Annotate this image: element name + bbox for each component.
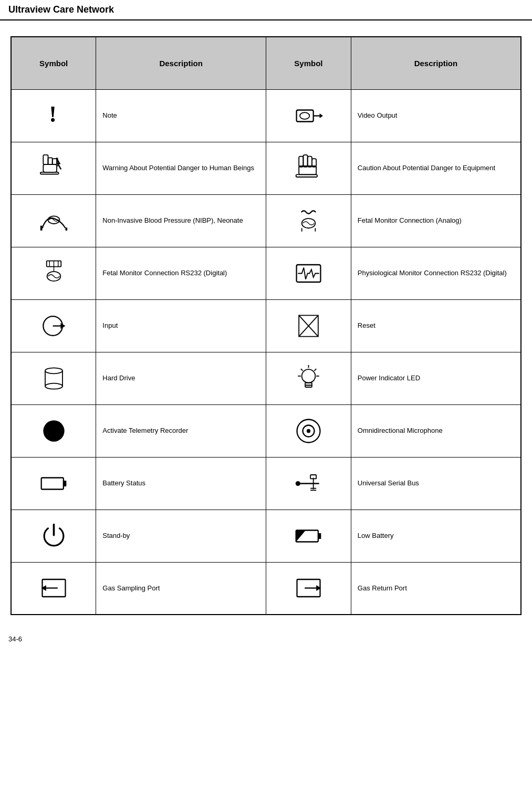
desc-video-output: Video Output xyxy=(351,89,521,142)
gas-return-port-icon xyxy=(293,573,324,604)
svg-rect-52 xyxy=(41,477,63,489)
symbol-gas-return xyxy=(266,562,351,615)
desc-usb: Universal Serial Bus xyxy=(351,457,521,510)
svg-marker-63 xyxy=(296,530,306,542)
symbol-usb xyxy=(266,457,351,510)
desc-note: Note xyxy=(96,89,266,142)
symbol-fetal-analog xyxy=(266,194,351,247)
col2-header: Description xyxy=(96,37,266,89)
svg-point-48 xyxy=(43,420,64,441)
warning-human-icon xyxy=(38,152,69,184)
physio-monitor-digital-icon xyxy=(293,257,324,289)
svg-line-46 xyxy=(301,369,303,371)
svg-marker-32 xyxy=(60,323,65,329)
desc-standby: Stand-by xyxy=(96,510,266,562)
svg-point-40 xyxy=(302,369,316,383)
svg-rect-17 xyxy=(40,225,42,230)
desc-nibp-neonate: Non-Invasive Blood Pressure (NIBP), Neon… xyxy=(96,194,266,247)
desc-gas-sampling: Gas Sampling Port xyxy=(96,562,266,615)
svg-rect-7 xyxy=(52,159,56,164)
table-row: Stand-by Low Battery xyxy=(11,510,521,562)
page-footer: 34-6 xyxy=(0,631,532,647)
hard-drive-icon xyxy=(38,362,69,394)
table-row: Input Reset xyxy=(11,299,521,352)
svg-rect-9 xyxy=(40,172,58,174)
desc-microphone: Omnidirectional Microphone xyxy=(351,404,521,457)
symbol-caution xyxy=(266,142,351,194)
col4-header: Description xyxy=(351,37,521,89)
desc-physio-digital: Physiological Monitor Connection RS232 (… xyxy=(351,247,521,299)
symbol-gas-sampling xyxy=(11,562,96,615)
svg-rect-11 xyxy=(299,156,303,167)
symbol-microphone xyxy=(266,404,351,457)
symbol-power-led xyxy=(266,352,351,404)
symbol-note: ! xyxy=(11,89,96,142)
input-icon xyxy=(38,310,69,341)
svg-rect-62 xyxy=(318,533,321,539)
svg-point-39 xyxy=(45,383,62,389)
table-row: Fetal Monitor Connection RS232 (Digital)… xyxy=(11,247,521,299)
table-row: ! Note Vid xyxy=(11,89,521,142)
omnidirectional-microphone-icon xyxy=(293,415,324,446)
symbol-warning xyxy=(11,142,96,194)
symbol-physio-digital xyxy=(266,247,351,299)
table-row: Warning About Potential Danger to Human … xyxy=(11,142,521,194)
symbol-video-output xyxy=(266,89,351,142)
col1-header: Symbol xyxy=(11,37,96,89)
page-header: Ultraview Care Network xyxy=(0,0,532,20)
svg-point-36 xyxy=(45,368,62,373)
symbol-standby xyxy=(11,510,96,562)
standby-icon xyxy=(38,520,69,552)
desc-fetal-analog: Fetal Monitor Connection (Analog) xyxy=(351,194,521,247)
svg-rect-53 xyxy=(63,481,66,486)
battery-status-icon xyxy=(38,467,69,499)
reset-icon xyxy=(293,310,324,341)
svg-rect-12 xyxy=(303,154,307,167)
desc-low-battery: Low Battery xyxy=(351,510,521,562)
fetal-monitor-digital-icon xyxy=(38,257,69,289)
table-row: Activate Telemetry Recorder Omnidirectio… xyxy=(11,404,521,457)
note-icon: ! xyxy=(38,100,69,131)
symbol-telemetry xyxy=(11,404,96,457)
desc-hard-drive: Hard Drive xyxy=(96,352,266,404)
svg-rect-13 xyxy=(308,156,312,167)
svg-rect-18 xyxy=(65,227,67,231)
desc-input: Input xyxy=(96,299,266,352)
svg-text:!: ! xyxy=(49,101,57,127)
symbol-low-battery xyxy=(266,510,351,562)
table-row: Hard Drive xyxy=(11,352,521,404)
svg-rect-1 xyxy=(296,110,313,121)
svg-rect-5 xyxy=(43,154,48,164)
svg-rect-42 xyxy=(305,385,312,387)
svg-rect-8 xyxy=(43,164,57,172)
desc-power-led: Power Indicator LED xyxy=(351,352,521,404)
video-output-icon xyxy=(293,100,324,131)
gas-sampling-port-icon xyxy=(38,573,69,604)
desc-fetal-digital: Fetal Monitor Connection RS232 (Digital) xyxy=(96,247,266,299)
table-row: Non-Invasive Blood Pressure (NIBP), Neon… xyxy=(11,194,521,247)
desc-gas-return: Gas Return Port xyxy=(351,562,521,615)
page-content: Symbol Description Symbol Description ! … xyxy=(0,20,532,626)
symbols-table: Symbol Description Symbol Description ! … xyxy=(11,36,521,615)
svg-rect-6 xyxy=(48,158,52,164)
low-battery-icon xyxy=(293,520,324,552)
table-row: Battery Status xyxy=(11,457,521,510)
svg-line-47 xyxy=(314,369,316,371)
symbol-reset xyxy=(266,299,351,352)
symbol-fetal-digital xyxy=(11,247,96,299)
page-number: 34-6 xyxy=(8,635,22,643)
symbol-battery-status xyxy=(11,457,96,510)
svg-point-54 xyxy=(296,481,300,485)
fetal-monitor-analog-icon xyxy=(293,205,324,236)
svg-marker-3 xyxy=(319,113,322,118)
activate-telemetry-icon xyxy=(38,415,69,446)
desc-caution: Caution About Potential Danger to Equipm… xyxy=(351,142,521,194)
symbol-input xyxy=(11,299,96,352)
symbol-nibp-neonate xyxy=(11,194,96,247)
caution-equipment-icon xyxy=(293,152,324,184)
power-indicator-led-icon xyxy=(293,362,324,394)
desc-battery-status: Battery Status xyxy=(96,457,266,510)
desc-warning: Warning About Potential Danger to Human … xyxy=(96,142,266,194)
svg-point-4 xyxy=(300,112,309,119)
col3-header: Symbol xyxy=(266,37,351,89)
